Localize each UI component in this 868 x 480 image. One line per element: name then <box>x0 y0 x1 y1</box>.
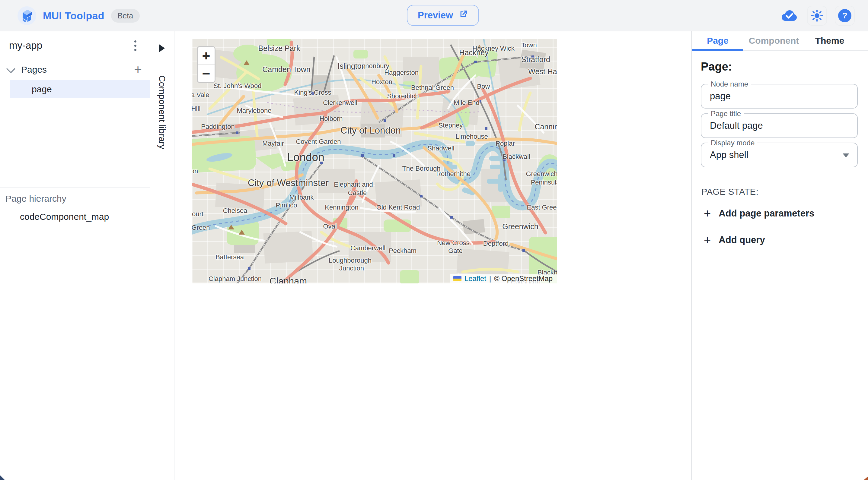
ukraine-flag-icon <box>453 276 462 281</box>
map-component[interactable]: Belsize ParkCamden TownCanonburyHackneyH… <box>192 39 557 283</box>
zoom-out-button[interactable]: − <box>198 65 215 82</box>
page-hierarchy-title: Page hierarchy <box>5 194 66 204</box>
explorer-sidebar: my-app Pages + page Page hierarchy codeC… <box>0 31 150 480</box>
app-header: MUI Toolpad Beta Preview <box>0 0 868 31</box>
external-link-icon <box>459 9 468 22</box>
cloud-sync-icon <box>779 6 799 26</box>
attribution-separator: | <box>489 274 491 283</box>
plus-icon: + <box>704 234 711 246</box>
add-page-parameters-label: Add page parameters <box>719 208 814 219</box>
plus-icon: + <box>704 207 711 219</box>
node-name-field[interactable]: Node name <box>701 84 858 108</box>
leaflet-link[interactable]: Leaflet <box>464 274 486 283</box>
inspector-tabs: Page Component Theme <box>692 31 868 50</box>
page-state-heading: PAGE STATE: <box>702 187 758 197</box>
corner-artifact-left <box>0 475 5 480</box>
page-title-input[interactable] <box>710 114 843 137</box>
tab-theme[interactable]: Theme <box>804 31 855 50</box>
app-menu-button[interactable] <box>129 39 142 52</box>
help-button[interactable]: ? <box>835 6 855 26</box>
app-row: my-app <box>0 31 150 60</box>
preview-button[interactable]: Preview <box>407 5 479 26</box>
add-query-button[interactable]: + Add query <box>704 234 765 246</box>
active-tab-indicator <box>692 49 743 50</box>
preview-button-label: Preview <box>418 10 453 21</box>
component-library-panel: Component library <box>150 31 175 480</box>
zoom-in-button[interactable]: + <box>198 47 215 65</box>
beta-badge: Beta <box>111 9 140 23</box>
display-mode-select[interactable]: Display mode App shell <box>701 143 858 167</box>
map-zoom-control: + − <box>197 46 216 83</box>
app-title: MUI Toolpad <box>43 10 104 22</box>
map-tiles <box>192 39 557 283</box>
page-title-field[interactable]: Page title <box>701 113 858 138</box>
brand: MUI Toolpad Beta <box>18 0 140 31</box>
expand-arrow-icon[interactable] <box>159 44 165 53</box>
svg-text:?: ? <box>842 11 847 20</box>
add-page-parameters-button[interactable]: + Add page parameters <box>704 207 814 219</box>
pages-section-header: Pages + <box>0 61 150 78</box>
osm-copyright[interactable]: © OpenStreetMap <box>494 274 553 283</box>
page-heading: Page: <box>701 60 732 73</box>
chevron-down-icon[interactable] <box>6 64 16 74</box>
node-name-input[interactable] <box>710 84 843 108</box>
header-actions: ? <box>779 0 855 31</box>
tab-page[interactable]: Page <box>692 31 744 50</box>
theme-toggle-button[interactable] <box>807 6 827 26</box>
toolpad-app: MUI Toolpad Beta Preview <box>0 0 868 480</box>
toolpad-logo-icon[interactable] <box>18 6 36 25</box>
divider <box>0 187 150 187</box>
dropdown-caret-icon <box>843 153 849 158</box>
pages-section-label: Pages <box>21 65 134 75</box>
editor-canvas: Belsize ParkCamden TownCanonburyHackneyH… <box>175 31 691 480</box>
hierarchy-item-code-component-map[interactable]: codeComponent_map <box>20 212 109 222</box>
question-mark-icon: ? <box>838 9 852 23</box>
sun-icon <box>811 10 823 22</box>
add-query-label: Add query <box>719 235 765 245</box>
corner-artifact-right <box>864 476 868 480</box>
component-library-label: Component library <box>157 75 167 149</box>
sidebar-item-page[interactable]: page <box>10 80 150 98</box>
display-mode-value: App shell <box>710 143 748 167</box>
app-name: my-app <box>9 40 42 51</box>
tab-component[interactable]: Component <box>744 31 804 50</box>
map-attribution: Leaflet | © OpenStreetMap <box>450 274 557 283</box>
page-item-label: page <box>32 84 52 94</box>
add-page-button[interactable]: + <box>134 63 142 76</box>
inspector-panel: Page Component Theme Page: Node name Pag… <box>691 31 868 480</box>
